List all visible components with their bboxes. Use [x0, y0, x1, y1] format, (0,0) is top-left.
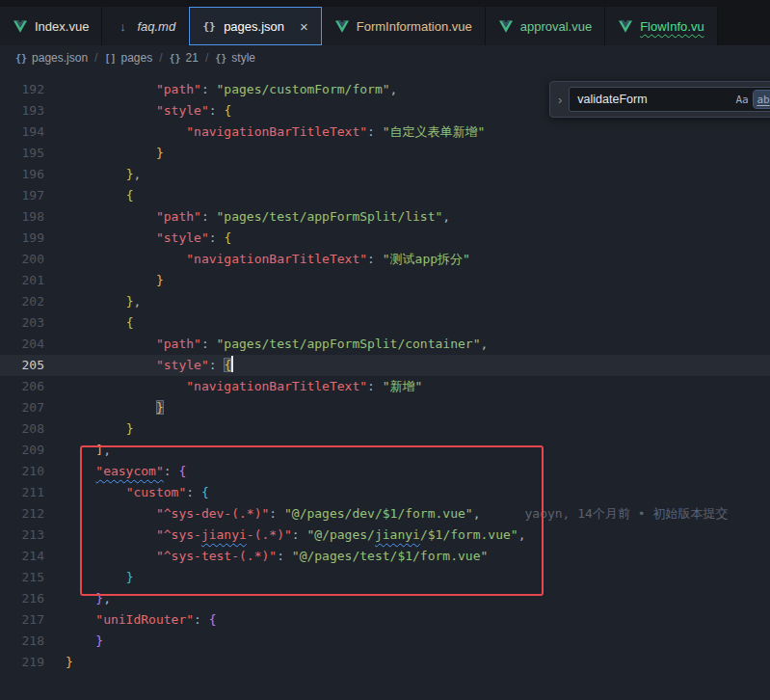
code-text[interactable]: "path": "pages/test/appFormSplit/list",: [66, 206, 770, 228]
line-number[interactable]: 208: [0, 418, 66, 440]
line-number[interactable]: 203: [0, 312, 66, 334]
code-line-216[interactable]: 216 },: [0, 588, 770, 609]
breadcrumb-item-pages[interactable]: []pages: [104, 51, 152, 65]
code-text[interactable]: }: [66, 567, 770, 588]
line-number[interactable]: 205: [0, 355, 66, 376]
tab-index-vue[interactable]: Index.vue: [0, 7, 102, 45]
code-line-215[interactable]: 215 }: [0, 567, 770, 588]
code-line-205[interactable]: 205 "style": {: [0, 355, 770, 376]
tab-flowinfo-vu[interactable]: FlowInfo.vu: [605, 7, 717, 45]
code-line-219[interactable]: 219}: [0, 652, 770, 673]
line-number[interactable]: 219: [0, 652, 66, 673]
code-text[interactable]: "navigationBarTitleText": "自定义表单新增": [66, 121, 770, 143]
line-number[interactable]: 197: [0, 185, 66, 206]
line-number[interactable]: 195: [0, 143, 66, 164]
breadcrumb-item-pages.json[interactable]: {}pages.json: [15, 51, 88, 65]
code-text[interactable]: }: [66, 143, 770, 164]
tab-faq-md[interactable]: ↓faq.md: [102, 7, 189, 45]
line-number[interactable]: 200: [0, 249, 66, 270]
breadcrumb-item-style[interactable]: {}style: [215, 51, 255, 65]
code-text[interactable]: "style": {: [66, 228, 770, 249]
line-number[interactable]: 198: [0, 206, 66, 228]
code-text[interactable]: "navigationBarTitleText": "测试app拆分": [66, 249, 770, 270]
markdown-file-icon: ↓: [115, 19, 130, 34]
code-text[interactable]: "^sys-jianyi-(.*)": "@/pages/jianyi/$1/f…: [66, 525, 770, 546]
code-line-217[interactable]: 217 "uniIdRouter": {: [0, 609, 770, 631]
code-text[interactable]: }: [66, 631, 770, 652]
code-text[interactable]: "custom": {: [66, 482, 770, 503]
line-number[interactable]: 196: [0, 164, 66, 185]
code-text[interactable]: "^sys-test-(.*)": "@/pages/test/$1/form.…: [66, 546, 770, 567]
line-number[interactable]: 215: [0, 567, 66, 588]
line-number[interactable]: 217: [0, 609, 66, 631]
line-number[interactable]: 206: [0, 376, 66, 397]
code-line-212[interactable]: 212 "^sys-dev-(.*)": "@/pages/dev/$1/for…: [0, 503, 770, 525]
code-text[interactable]: "path": "pages/test/appFormSplit/contain…: [66, 334, 770, 355]
line-number[interactable]: 209: [0, 440, 66, 461]
find-input[interactable]: validateForm Aa ab .*: [569, 87, 770, 112]
code-text[interactable]: },: [66, 588, 770, 609]
symbol-icon: {}: [215, 53, 226, 64]
code-line-203[interactable]: 203 {: [0, 312, 770, 334]
line-number[interactable]: 201: [0, 270, 66, 291]
find-expand-chevron-icon[interactable]: ›: [558, 93, 562, 107]
code-line-206[interactable]: 206 "navigationBarTitleText": "新增": [0, 376, 770, 397]
line-number[interactable]: 207: [0, 397, 66, 418]
code-line-196[interactable]: 196 },: [0, 164, 770, 185]
line-number[interactable]: 199: [0, 228, 66, 249]
whole-word-button[interactable]: ab: [754, 91, 770, 108]
match-case-button[interactable]: Aa: [732, 91, 752, 108]
code-line-210[interactable]: 210 "easycom": {: [0, 461, 770, 482]
code-line-197[interactable]: 197 {: [0, 185, 770, 206]
code-line-202[interactable]: 202 },: [0, 291, 770, 312]
code-line-209[interactable]: 209 ],: [0, 440, 770, 461]
code-line-208[interactable]: 208 }: [0, 418, 770, 440]
line-number[interactable]: 216: [0, 588, 66, 609]
tab-pages-json[interactable]: {}pages.json×: [189, 7, 322, 45]
code-line-218[interactable]: 218 }: [0, 631, 770, 652]
code-text[interactable]: "^sys-dev-(.*)": "@/pages/dev/$1/form.vu…: [66, 503, 770, 525]
code-line-204[interactable]: 204 "path": "pages/test/appFormSplit/con…: [0, 334, 770, 355]
code-line-198[interactable]: 198 "path": "pages/test/appFormSplit/lis…: [0, 206, 770, 228]
line-number[interactable]: 210: [0, 461, 66, 482]
breadcrumb-item-21[interactable]: {}21: [170, 51, 199, 65]
line-number[interactable]: 213: [0, 525, 66, 546]
code-line-194[interactable]: 194 "navigationBarTitleText": "自定义表单新增": [0, 121, 770, 143]
line-number[interactable]: 211: [0, 482, 66, 503]
line-number[interactable]: 218: [0, 631, 66, 652]
code-text[interactable]: "easycom": {: [66, 461, 770, 482]
code-text[interactable]: }: [66, 652, 770, 673]
line-number[interactable]: 204: [0, 334, 66, 355]
code-line-199[interactable]: 199 "style": {: [0, 228, 770, 249]
breadcrumb-label: pages: [120, 51, 152, 65]
find-query[interactable]: validateForm: [577, 93, 730, 106]
line-number[interactable]: 194: [0, 121, 66, 143]
code-text[interactable]: }: [66, 418, 770, 440]
line-number[interactable]: 192: [0, 79, 66, 100]
code-line-201[interactable]: 201 }: [0, 270, 770, 291]
code-text[interactable]: ],: [66, 440, 770, 461]
code-text[interactable]: },: [66, 164, 770, 185]
line-number[interactable]: 214: [0, 546, 66, 567]
code-line-214[interactable]: 214 "^sys-test-(.*)": "@/pages/test/$1/f…: [0, 546, 770, 567]
code-text[interactable]: }: [66, 397, 770, 418]
tab-label: faq.md: [137, 19, 175, 34]
code-line-200[interactable]: 200 "navigationBarTitleText": "测试app拆分": [0, 249, 770, 270]
code-line-213[interactable]: 213 "^sys-jianyi-(.*)": "@/pages/jianyi/…: [0, 525, 770, 546]
code-text[interactable]: }: [66, 270, 770, 291]
code-line-211[interactable]: 211 "custom": {: [0, 482, 770, 503]
code-text[interactable]: "uniIdRouter": {: [66, 609, 770, 631]
line-number[interactable]: 193: [0, 100, 66, 121]
code-text[interactable]: {: [66, 312, 770, 334]
code-line-207[interactable]: 207 }: [0, 397, 770, 418]
line-number[interactable]: 212: [0, 503, 66, 525]
code-line-195[interactable]: 195 }: [0, 143, 770, 164]
code-text[interactable]: "style": {: [66, 355, 770, 376]
code-text[interactable]: "navigationBarTitleText": "新增": [66, 376, 770, 397]
tab-approval-vue[interactable]: approval.vue: [486, 7, 605, 45]
code-text[interactable]: {: [66, 185, 770, 206]
tab-forminformation-vue[interactable]: FormInformation.vue: [322, 7, 486, 45]
code-text[interactable]: },: [66, 291, 770, 312]
line-number[interactable]: 202: [0, 291, 66, 312]
tab-close-icon[interactable]: ×: [300, 19, 308, 34]
